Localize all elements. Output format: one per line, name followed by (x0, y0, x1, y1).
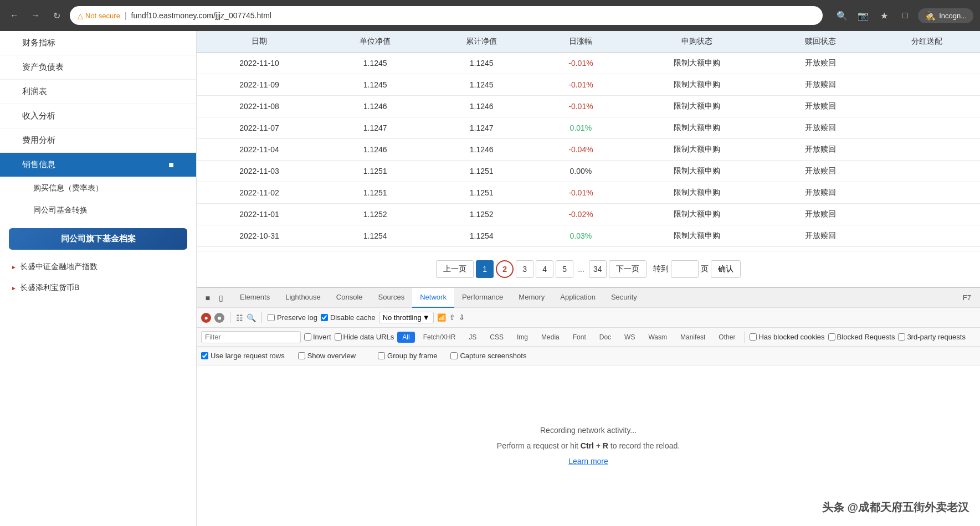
filter-type-wasm[interactable]: Wasm (643, 332, 672, 343)
browser-chrome: ← → ↻ △ Not secure | fundf10.eastmoney.c… (0, 0, 980, 31)
table-cell: -0.01% (535, 182, 627, 204)
filter-type-img[interactable]: Img (512, 332, 533, 343)
record-button[interactable]: ● (201, 313, 211, 323)
tab-memory[interactable]: Memory (511, 288, 552, 308)
table-row: 2022-10-311.12541.12540.03%限制大额申购开放赎回 (197, 225, 980, 247)
sidebar-sub-同公司基金转换[interactable]: 同公司基金转换 (0, 199, 196, 221)
filter-type-fetch[interactable]: Fetch/XHR (418, 332, 461, 343)
large-rows-checkbox[interactable]: Use large request rows (201, 352, 285, 360)
capture-screenshots-input[interactable] (450, 352, 458, 359)
filter-type-manifest[interactable]: Manifest (675, 332, 710, 343)
not-secure-indicator: △ Not secure (78, 12, 120, 20)
table-cell: -0.01% (535, 74, 627, 96)
forward-button[interactable]: → (28, 8, 43, 23)
show-overview-checkbox[interactable]: Show overview (298, 352, 356, 360)
invert-input[interactable] (304, 333, 311, 341)
fund-link-1[interactable]: ► 长盛添利宝货币B (0, 277, 196, 298)
has-blocked-cookies-checkbox[interactable]: Has blocked cookies (750, 333, 824, 341)
group-by-frame-input[interactable] (378, 352, 385, 359)
filter-type-media[interactable]: Media (536, 332, 565, 343)
filter-type-all[interactable]: All (397, 332, 414, 343)
search-btn[interactable]: 🔍 (834, 7, 850, 24)
page-input[interactable] (671, 260, 699, 278)
filter-type-ws[interactable]: WS (619, 332, 640, 343)
table-cell: 开放赎回 (767, 204, 874, 225)
blocked-requests-input[interactable] (828, 333, 835, 341)
sidebar-item-收入分析[interactable]: 收入分析 (0, 104, 196, 128)
tab-performance[interactable]: Performance (454, 288, 511, 308)
bookmark-btn[interactable]: ★ (876, 7, 892, 24)
filter-type-js[interactable]: JS (464, 332, 481, 343)
table-cell: 开放赎回 (767, 161, 874, 182)
sidebar-item-利润表[interactable]: 利润表 (0, 80, 196, 104)
confirm-button[interactable]: 确认 (711, 260, 741, 278)
disable-cache-input[interactable] (321, 314, 328, 321)
devtools-inspect-btn[interactable]: ■ (201, 291, 214, 305)
large-rows-input[interactable] (201, 352, 208, 359)
page-2-button[interactable]: 2 (496, 260, 514, 278)
wifi-icon: 📶 (437, 313, 446, 322)
tab-sources[interactable]: Sources (371, 288, 413, 308)
download-icon[interactable]: ⇩ (459, 313, 465, 322)
table-cell (874, 74, 980, 96)
tab-application[interactable]: Application (552, 288, 603, 308)
throttle-dropdown[interactable]: No throttling ▼ (379, 312, 434, 323)
tab-elements[interactable]: Elements (232, 288, 278, 308)
filter-input[interactable] (201, 331, 301, 343)
filter-type-other[interactable]: Other (714, 332, 740, 343)
learn-more-link[interactable]: Learn more (568, 457, 608, 466)
sidebar-item-销售信息[interactable]: 销售信息 ■ (0, 153, 196, 177)
devtools-tabs: ■ ▯ Elements Lighthouse Console Sources … (197, 288, 980, 308)
preserve-log-input[interactable] (268, 314, 275, 321)
has-blocked-cookies-input[interactable] (750, 333, 757, 341)
third-party-checkbox[interactable]: 3rd-party requests (898, 333, 966, 341)
third-party-input[interactable] (898, 333, 905, 341)
sidebar-item-财务指标[interactable]: 财务指标 (0, 31, 196, 55)
page-34-button[interactable]: 34 (589, 260, 607, 278)
show-overview-input[interactable] (298, 352, 305, 359)
table-cell: 限制大额申购 (627, 96, 767, 117)
preserve-log-checkbox[interactable]: Preserve log (268, 313, 317, 322)
sidebar-item-资产负债表[interactable]: 资产负债表 (0, 55, 196, 80)
tab-lighthouse[interactable]: Lighthouse (278, 288, 329, 308)
page-5-button[interactable]: 5 (556, 260, 573, 278)
devtools-panel: ■ ▯ Elements Lighthouse Console Sources … (197, 287, 980, 526)
address-bar[interactable]: △ Not secure | fundf10.eastmoney.com/jjj… (70, 6, 823, 25)
filter-icon[interactable]: ☷ (236, 313, 243, 322)
fund-link-0[interactable]: ► 长盛中证金融地产指数 (0, 256, 196, 277)
table-cell: 1.1252 (322, 204, 428, 225)
upload-icon[interactable]: ⇧ (449, 313, 455, 322)
page-3-button[interactable]: 3 (516, 260, 533, 278)
table-container: 日期 单位净值 累计净值 日涨幅 申购状态 赎回状态 分红送配 2022-11-… (197, 31, 980, 251)
tab-btn[interactable]: □ (897, 7, 914, 24)
tab-console[interactable]: Console (329, 288, 371, 308)
stop-button[interactable]: ■ (214, 313, 224, 323)
search-icon[interactable]: 🔍 (247, 313, 256, 322)
invert-checkbox[interactable]: Invert (304, 333, 331, 341)
filter-type-font[interactable]: Font (568, 332, 591, 343)
fund-card[interactable]: 同公司旗下基金档案 (9, 228, 187, 250)
sidebar-item-费用分析[interactable]: 费用分析 (0, 128, 196, 153)
table-cell: 开放赎回 (767, 139, 874, 161)
sidebar-sub-购买信息[interactable]: 购买信息（费率表） (0, 177, 196, 199)
prev-page-button[interactable]: 上一页 (436, 260, 474, 278)
tab-network[interactable]: Network (412, 288, 454, 308)
devtools-device-btn[interactable]: ▯ (214, 291, 228, 305)
incognito-btn[interactable]: 🕵 Incogn... (918, 8, 973, 23)
capture-screenshots-checkbox[interactable]: Capture screenshots (450, 352, 526, 360)
filter-type-css[interactable]: CSS (485, 332, 509, 343)
back-button[interactable]: ← (7, 8, 22, 23)
camera-btn[interactable]: 📷 (855, 7, 871, 24)
reload-button[interactable]: ↻ (49, 8, 64, 23)
tab-security[interactable]: Security (603, 288, 645, 308)
next-page-button[interactable]: 下一页 (609, 260, 647, 278)
page-1-button[interactable]: 1 (476, 260, 494, 278)
blocked-requests-checkbox[interactable]: Blocked Requests (828, 333, 895, 341)
group-by-frame-checkbox[interactable]: Group by frame (378, 352, 437, 360)
table-cell: 2022-11-10 (197, 53, 322, 74)
filter-type-doc[interactable]: Doc (594, 332, 616, 343)
hide-data-urls-input[interactable] (335, 333, 342, 341)
page-4-button[interactable]: 4 (536, 260, 553, 278)
hide-data-urls-checkbox[interactable]: Hide data URLs (335, 333, 394, 341)
disable-cache-checkbox[interactable]: Disable cache (321, 313, 376, 322)
